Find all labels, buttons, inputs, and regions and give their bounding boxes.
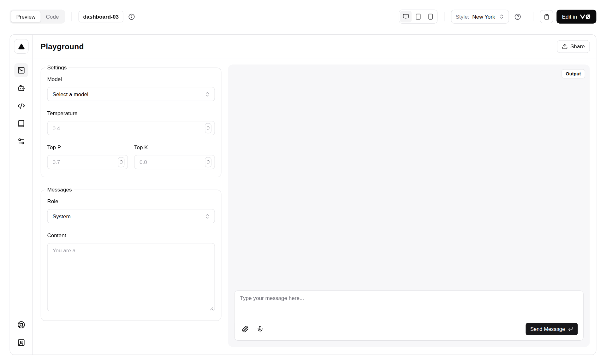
toolbar-divider [72,12,72,21]
sliders-icon [17,138,25,145]
send-message-label: Send Message [530,326,565,332]
top-k-input[interactable] [134,155,215,169]
style-select-value: New York [472,14,495,20]
page: Preview Code dashboard-03 [0,0,606,364]
sidebar-item-help[interactable] [14,318,28,332]
mic-icon [257,326,264,332]
toolbar-right-cluster: Style: New York Edit in [399,10,597,24]
edit-in-v0-button[interactable]: Edit in [556,10,596,24]
stepper-down-icon [206,128,210,131]
book-icon [17,120,25,127]
resize-handle-icon[interactable] [210,307,213,310]
toolbar-divider [533,12,533,21]
help-icon-button[interactable] [514,13,521,20]
device-tablet-button[interactable] [412,11,424,22]
share-button-label: Share [570,43,585,50]
messages-legend: Messages [45,186,73,193]
top-p-stepper[interactable] [118,157,124,167]
toolbar-divider [444,12,444,21]
paperclip-icon [242,326,249,332]
bot-icon [17,84,25,92]
device-toggle-group [399,10,437,24]
triangle-icon [18,43,25,50]
chevrons-up-down-icon [499,14,504,19]
main-area: Playground Share Settings Model [33,35,596,355]
settings-fieldset: Settings Model Select a model [41,64,222,177]
stepper-up-icon [206,126,210,128]
stepper-up-icon [119,160,123,162]
main-content: Settings Model Select a model [33,58,596,355]
use-microphone-button[interactable] [254,323,266,335]
settings-legend: Settings [45,64,68,71]
top-p-input[interactable] [47,155,128,169]
chevrons-up-down-icon [205,91,210,97]
send-message-button[interactable]: Send Message [526,323,578,335]
main-header: Playground Share [33,35,596,58]
monitor-icon [403,14,409,20]
temperature-stepper[interactable] [205,123,211,133]
temperature-label: Temperature [47,110,215,116]
sidebar-item-documentation[interactable] [14,117,28,131]
square-user-icon [17,339,25,346]
preview-code-tabs: Preview Code [10,10,65,24]
content-label: Content [47,232,215,238]
tab-code[interactable]: Code [41,11,64,22]
v0-logo-icon [580,14,591,19]
role-select-value: System [53,213,71,219]
tablet-icon [415,14,421,20]
component-name-badge: dashboard-03 [79,11,123,22]
style-select[interactable]: Style: New York [451,10,509,24]
sidebar-item-models[interactable] [14,81,28,95]
device-mobile-button[interactable] [425,11,437,22]
top-k-stepper[interactable] [205,157,211,167]
tab-preview[interactable]: Preview [11,11,41,22]
role-select[interactable]: System [47,209,215,223]
sidebar-item-account[interactable] [14,336,28,349]
message-composer: Send Message [234,291,584,341]
info-icon-button[interactable] [128,13,135,20]
life-buoy-icon [17,321,25,329]
composer-toolbar: Send Message [235,323,583,340]
device-desktop-button[interactable] [400,11,412,22]
settings-column: Settings Model Select a model [41,64,222,347]
sidebar-item-settings[interactable] [14,134,28,148]
sidebar-header [10,35,33,58]
content-textarea[interactable] [47,243,215,311]
sidebar-item-playground[interactable] [14,63,28,77]
stepper-down-icon [206,162,210,164]
top-p-label: Top P [47,144,128,150]
attach-file-button[interactable] [239,323,252,335]
chevrons-up-down-icon [205,213,210,219]
info-icon [128,13,135,20]
smartphone-icon [427,14,434,20]
app-frame: Playground Share Settings Model [10,34,597,355]
temperature-input[interactable] [47,121,215,135]
corner-down-left-icon [568,326,573,332]
messages-fieldset: Messages Role System [41,186,222,321]
copy-code-button[interactable] [540,10,553,23]
share-button[interactable]: Share [557,40,590,53]
stepper-down-icon [119,162,123,164]
top-toolbar: Preview Code dashboard-03 [0,0,606,34]
model-select-value: Select a model [53,91,88,97]
square-terminal-icon [17,67,25,74]
sidebar-nav [14,58,28,148]
output-panel: Output [228,64,590,347]
stepper-up-icon [206,160,210,162]
role-label: Role [47,198,215,204]
style-select-label: Style: [456,14,469,20]
model-label: Model [47,76,215,82]
circle-help-icon [514,13,521,20]
clipboard-icon [544,14,549,19]
output-badge: Output [561,69,585,78]
share-icon [562,44,567,49]
edit-in-v0-label: Edit in [562,14,577,20]
sidebar-item-api[interactable] [14,99,28,113]
top-k-label: Top K [134,144,215,150]
page-title: Playground [41,42,84,51]
model-select[interactable]: Select a model [47,87,215,101]
sidebar [10,35,33,355]
message-input[interactable] [235,291,583,323]
logo-button[interactable] [14,39,29,54]
sidebar-bottom [14,318,28,355]
